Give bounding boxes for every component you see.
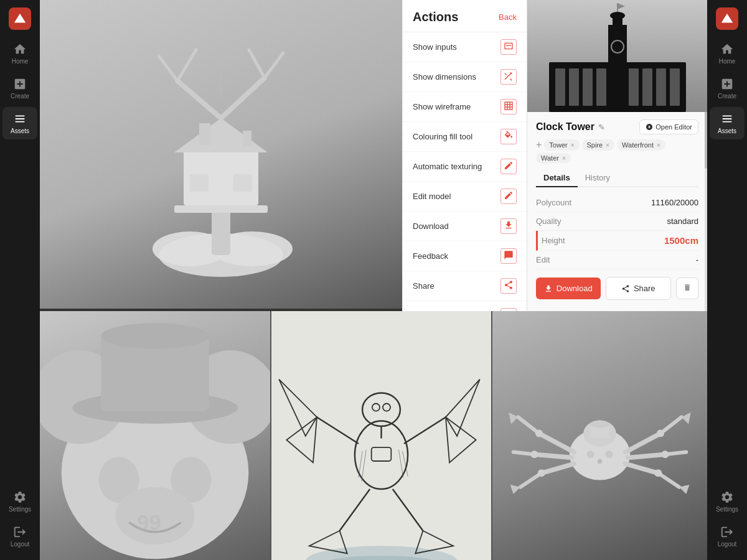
svg-point-99 (662, 450, 669, 458)
svg-line-10 (221, 78, 265, 118)
sidebar-item-settings[interactable]: Settings (2, 485, 37, 518)
svg-line-76 (518, 417, 539, 433)
action-label-auto-texture: Automatic texturing (413, 162, 482, 171)
tag-label-waterfront: Waterfront (622, 141, 654, 149)
sidebar-item-logout[interactable]: Logout (2, 520, 37, 553)
add-tag-button[interactable]: + (536, 139, 542, 151)
tag-close-water[interactable]: × (562, 155, 566, 162)
action-buttons: Download Share (536, 277, 698, 300)
model-name-edit-icon[interactable]: ✎ (598, 123, 605, 132)
sidebar-right-label-logout: Logout (718, 541, 737, 548)
sidebar-item-home[interactable]: Home (2, 37, 37, 70)
tag-waterfront: Waterfront × (617, 139, 665, 151)
tags-row: + Tower × Spire × Waterfront × Water × (536, 139, 698, 163)
svg-point-91 (587, 450, 594, 458)
thumbnail-crab-robot[interactable] (491, 311, 707, 560)
editor-icon (646, 123, 653, 131)
download-button[interactable]: Download (536, 278, 601, 299)
viewport-3d[interactable] (40, 0, 402, 311)
clock-tower-svg (543, 0, 692, 112)
svg-line-69 (398, 450, 403, 478)
quality-label: Quality (536, 217, 561, 226)
main-content: Actions Back Show inputs Show dimensions… (40, 0, 707, 560)
sidebar-item-assets[interactable]: Assets (2, 107, 37, 139)
tag-close-spire[interactable]: × (606, 142, 609, 149)
svg-line-62 (393, 489, 423, 531)
app-logo[interactable] (9, 7, 31, 30)
thumbnail-mickey[interactable]: 99 (40, 311, 270, 560)
tag-close-waterfront[interactable]: × (657, 142, 660, 149)
details-title-left: Clock Tower ✎ (536, 121, 605, 133)
action-show-dimensions[interactable]: Show dimensions (403, 62, 527, 92)
action-label-share: Share (413, 281, 435, 291)
svg-rect-66 (372, 447, 392, 461)
action-show-inputs[interactable]: Show inputs (403, 32, 527, 62)
sidebar-right-item-logout[interactable]: Logout (710, 520, 745, 553)
share-button[interactable]: Share (606, 277, 672, 300)
svg-marker-59 (446, 380, 480, 436)
svg-rect-25 (555, 68, 565, 106)
svg-line-11 (159, 56, 177, 81)
action-colouring-fill[interactable]: Colouring fill tool (403, 122, 527, 152)
tab-history[interactable]: History (578, 169, 618, 187)
sidebar-right-item-home[interactable]: Home (710, 37, 745, 70)
bottom-thumbnails-grid: 99 (40, 311, 707, 560)
action-auto-texture[interactable]: Automatic texturing (403, 152, 527, 182)
svg-point-54 (383, 404, 390, 411)
action-share[interactable]: Share (403, 271, 527, 301)
action-icon-show-inputs (500, 39, 517, 55)
svg-rect-29 (629, 68, 639, 106)
mickey-container: 99 (40, 311, 270, 560)
svg-point-93 (598, 459, 603, 464)
action-edit-model[interactable]: Edit model (403, 182, 527, 212)
svg-line-81 (626, 464, 659, 473)
svg-rect-8 (243, 131, 251, 146)
svg-marker-37 (618, 3, 625, 9)
svg-text:99: 99 (137, 511, 161, 534)
thumbnail-robot-sketch[interactable] (270, 311, 491, 560)
sidebar-left: Home Create Assets Settings Logout (0, 0, 40, 560)
svg-marker-57 (279, 380, 317, 436)
svg-line-77 (542, 464, 575, 473)
app-logo-right[interactable] (716, 7, 738, 30)
svg-marker-0 (14, 14, 26, 23)
share-icon (621, 284, 630, 293)
action-label-feedback: Feedback (413, 251, 448, 261)
action-icon-show-dimensions (500, 69, 517, 85)
svg-line-61 (340, 489, 370, 531)
tab-details[interactable]: Details (536, 169, 578, 187)
actions-back-button[interactable]: Back (499, 12, 517, 22)
action-feedback[interactable]: Feedback (403, 241, 527, 271)
sidebar-right-label-assets: Assets (718, 128, 736, 134)
open-editor-button[interactable]: Open Editor (639, 119, 698, 134)
sidebar-right-item-assets[interactable]: Assets (710, 107, 745, 139)
action-icon-show-wireframe (500, 99, 517, 114)
svg-line-14 (249, 50, 265, 78)
delete-icon (683, 283, 692, 292)
sidebar-label-create: Create (11, 93, 29, 100)
details-title-row: Clock Tower ✎ Open Editor (536, 119, 698, 134)
sidebar-right-item-create[interactable]: Create (710, 72, 745, 105)
tag-close-tower[interactable]: × (571, 142, 575, 149)
svg-point-98 (531, 450, 538, 458)
treehouse-svg (128, 31, 314, 280)
sidebar-label-settings: Settings (9, 506, 31, 513)
svg-point-92 (606, 450, 613, 458)
detail-quality: Quality standard (536, 212, 698, 231)
svg-line-9 (177, 81, 221, 118)
sidebar-right-label-home: Home (719, 58, 736, 65)
svg-rect-19 (505, 102, 512, 110)
sidebar-item-create[interactable]: Create (2, 72, 37, 105)
action-upload-latest[interactable]: Upload latest version (403, 301, 527, 311)
svg-rect-30 (642, 68, 652, 106)
action-download[interactable]: Download (403, 212, 527, 241)
delete-button[interactable] (676, 278, 698, 299)
tag-label-water: Water (541, 154, 559, 162)
open-editor-label: Open Editor (655, 123, 692, 131)
svg-line-79 (626, 434, 660, 452)
svg-line-56 (404, 417, 446, 444)
sidebar-right-item-settings[interactable]: Settings (710, 485, 745, 518)
svg-point-95 (657, 430, 664, 437)
action-show-wireframe[interactable]: Show wireframe (403, 92, 527, 122)
actions-panel: Actions Back Show inputs Show dimensions… (402, 0, 527, 311)
